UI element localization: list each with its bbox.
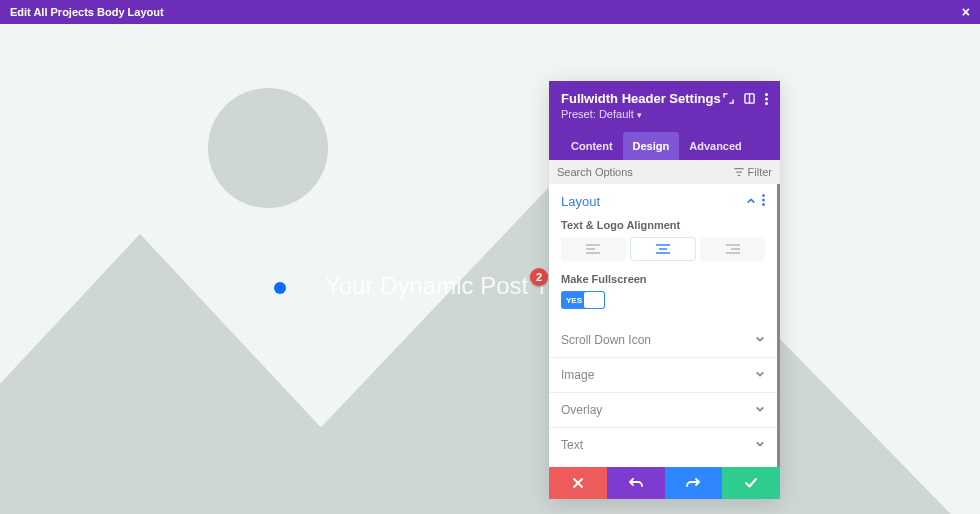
settings-panel: Fullwidth Header Settings Preset: Defaul…	[549, 81, 780, 499]
search-row: Filter	[549, 160, 780, 184]
tab-content[interactable]: Content	[561, 132, 623, 160]
align-right-button[interactable]	[700, 237, 765, 261]
svg-point-8	[762, 194, 765, 197]
section-scroll-down[interactable]: Scroll Down Icon	[549, 323, 777, 358]
panel-footer	[549, 467, 780, 499]
alignment-label: Text & Logo Alignment	[561, 219, 765, 231]
menu-icon[interactable]	[765, 93, 768, 105]
section-menu-icon[interactable]	[762, 194, 765, 209]
filter-button[interactable]: Filter	[734, 166, 772, 178]
chevron-down-icon	[755, 368, 765, 382]
chevron-down-icon	[755, 333, 765, 347]
chevron-up-icon	[746, 195, 756, 209]
fullscreen-label: Make Fullscreen	[561, 273, 765, 285]
tabs: Content Design Advanced	[561, 128, 768, 160]
top-bar-title: Edit All Projects Body Layout	[10, 6, 164, 18]
top-bar: Edit All Projects Body Layout ×	[0, 0, 980, 24]
search-input[interactable]	[557, 166, 677, 178]
section-layout-head[interactable]: Layout	[549, 184, 777, 219]
svg-point-6	[765, 97, 768, 100]
section-layout-body: Text & Logo Alignment Make Fullscreen YE…	[549, 219, 777, 323]
panel-header: Fullwidth Header Settings Preset: Defaul…	[549, 81, 780, 160]
panel-title: Fullwidth Header Settings	[561, 91, 721, 106]
section-text[interactable]: Text	[549, 428, 777, 462]
align-center-button[interactable]	[630, 237, 697, 261]
panel-body: Layout Text & Logo Alignment	[549, 184, 780, 467]
canvas	[0, 24, 980, 514]
tab-design[interactable]: Design	[623, 132, 680, 160]
responsive-icon[interactable]	[744, 93, 755, 104]
svg-point-10	[762, 203, 765, 206]
svg-point-0	[208, 88, 328, 208]
dynamic-content-icon[interactable]	[274, 282, 286, 294]
section-image[interactable]: Image	[549, 358, 777, 393]
chevron-down-icon	[755, 403, 765, 417]
svg-point-9	[762, 199, 765, 202]
svg-point-7	[765, 102, 768, 105]
section-overlay[interactable]: Overlay	[549, 393, 777, 428]
align-left-button[interactable]	[561, 237, 626, 261]
close-icon[interactable]: ×	[962, 4, 970, 20]
tab-advanced[interactable]: Advanced	[679, 132, 752, 160]
cancel-button[interactable]	[549, 467, 607, 499]
expand-icon[interactable]	[723, 93, 734, 104]
chevron-down-icon	[755, 438, 765, 452]
toggle-knob	[584, 292, 604, 308]
placeholder-image-shape	[0, 24, 980, 514]
save-button[interactable]	[722, 467, 780, 499]
alignment-row	[561, 237, 765, 261]
callout-badge-2: 2	[530, 268, 548, 286]
fullscreen-toggle[interactable]: YES	[561, 291, 605, 309]
redo-button[interactable]	[665, 467, 723, 499]
undo-button[interactable]	[607, 467, 665, 499]
preset-selector[interactable]: Preset: Default ▾	[561, 108, 768, 128]
svg-point-5	[765, 93, 768, 96]
